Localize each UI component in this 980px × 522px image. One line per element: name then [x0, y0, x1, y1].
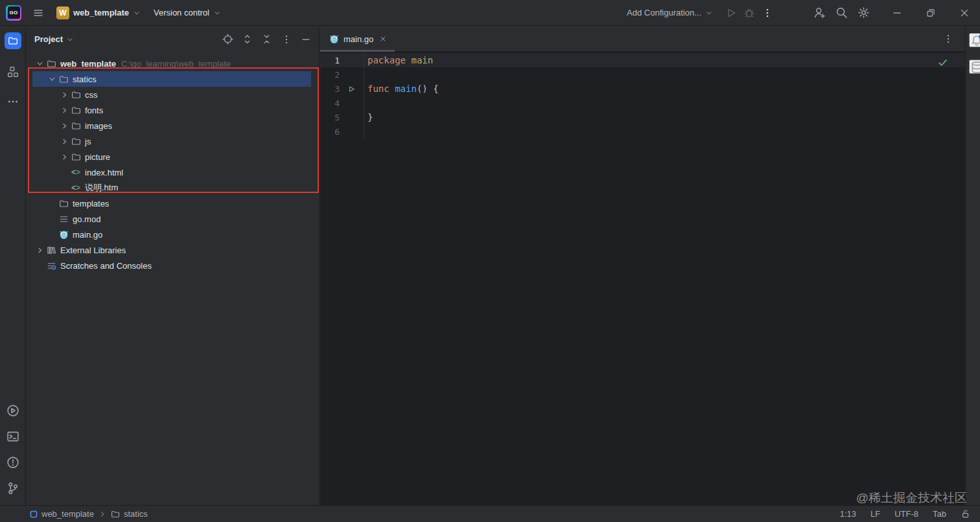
code-line-5[interactable]: 5}	[320, 110, 965, 124]
tab-close-button[interactable]	[378, 34, 388, 44]
code-line-1[interactable]: 1package main	[320, 53, 965, 67]
breadcrumb-folder[interactable]: statics	[111, 509, 148, 519]
line-separator-widget[interactable]: LF	[870, 509, 880, 519]
tree-item-label: index.html	[85, 168, 123, 177]
close-icon	[959, 8, 970, 18]
more-tool-windows-button[interactable]	[3, 91, 23, 112]
gutter-spacer	[340, 110, 364, 124]
chevron-right-icon[interactable]	[59, 89, 70, 100]
version-control-widget[interactable]: Version control	[148, 3, 226, 23]
tab-main-go[interactable]: main.go	[320, 27, 395, 52]
select-opened-file-button[interactable]	[221, 32, 235, 46]
line-number: 6	[320, 127, 340, 137]
tree-item-main.go[interactable]: main.go	[32, 227, 311, 242]
inspections-widget[interactable]	[937, 57, 948, 68]
tree-item-picture[interactable]: picture	[32, 149, 311, 165]
tree-item-scratches-and-consoles[interactable]: Scratches and Consoles	[32, 258, 311, 273]
editor-area: main.go 1package main23func main() {45}6	[320, 27, 965, 505]
terminal-tool-window-button[interactable]	[3, 426, 23, 447]
breadcrumb-folder-label: statics	[124, 509, 148, 519]
chevron-down-icon[interactable]	[34, 58, 45, 69]
debug-button[interactable]	[740, 4, 758, 22]
tree-item--.htm[interactable]: <>说明.htm	[32, 180, 311, 196]
tree-item-js[interactable]: js	[32, 133, 311, 149]
close-window-button[interactable]	[955, 4, 974, 22]
tree-item-images[interactable]: images	[32, 118, 311, 133]
minimize-icon	[301, 34, 311, 45]
tree-item-label: 说明.htm	[85, 182, 118, 194]
gopher-icon	[58, 229, 69, 240]
readonly-toggle[interactable]	[961, 509, 970, 519]
caret-position-widget[interactable]: 1:13	[840, 509, 856, 519]
more-actions-button[interactable]	[758, 4, 776, 22]
hide-panel-button[interactable]	[299, 32, 312, 46]
tree-indent-spacer	[47, 214, 58, 224]
version-control-label: Version control	[154, 8, 209, 17]
breadcrumb-project[interactable]: web_template	[30, 509, 94, 519]
goland-logo-icon: GO	[6, 5, 21, 21]
line-number: 4	[320, 98, 340, 108]
tree-item-label: templates	[73, 199, 109, 209]
search-everywhere-button[interactable]	[832, 4, 850, 22]
code-editor[interactable]: 1package main23func main() {45}6	[320, 52, 965, 139]
close-icon	[379, 35, 387, 43]
bell-icon	[970, 34, 980, 47]
run-gutter-icon[interactable]	[340, 82, 364, 96]
restore-button[interactable]	[922, 4, 940, 22]
run-button[interactable]	[722, 4, 740, 22]
panel-options-button[interactable]	[279, 32, 293, 46]
code-with-me-button[interactable]	[810, 4, 828, 22]
project-tool-window-button[interactable]	[3, 30, 23, 51]
problems-tool-window-button[interactable]	[3, 452, 23, 473]
scratches-icon	[45, 260, 57, 271]
more-dots-icon	[7, 96, 19, 108]
add-user-icon	[813, 6, 826, 19]
chevron-right-icon[interactable]	[59, 152, 70, 162]
project-badge-icon: W	[56, 6, 69, 19]
tree-indent-spacer	[34, 260, 45, 271]
collapse-all-button[interactable]	[260, 32, 274, 46]
run-configuration-selector[interactable]: Add Configuration...	[622, 3, 718, 23]
tree-item-css[interactable]: css	[32, 87, 311, 102]
tree-item-go.mod[interactable]: go.mod	[32, 211, 311, 227]
project-square-icon	[30, 510, 38, 518]
expand-all-button[interactable]	[240, 32, 254, 46]
line-number: 3	[320, 84, 340, 94]
structure-tool-window-button[interactable]	[3, 62, 23, 82]
bug-icon	[743, 7, 755, 19]
tree-item-statics[interactable]: statics	[32, 71, 311, 87]
chevron-right-icon[interactable]	[34, 245, 45, 255]
code-line-4[interactable]: 4	[320, 96, 965, 110]
project-panel-actions	[221, 32, 312, 46]
indent-widget[interactable]: Tab	[933, 509, 946, 519]
tree-item-label: css	[85, 90, 98, 100]
tree-item-web_template[interactable]: web_templateC:\go_learning\web_template	[32, 56, 311, 71]
project-view-selector[interactable]: Project	[34, 34, 74, 44]
minimize-button[interactable]	[888, 4, 906, 22]
chevron-right-icon[interactable]	[59, 105, 70, 115]
tree-item-index.html[interactable]: <>index.html	[32, 165, 311, 180]
chevron-down-icon[interactable]	[47, 74, 58, 84]
code-line-6[interactable]: 6	[320, 124, 965, 139]
project-widget[interactable]: W web_template	[51, 3, 146, 23]
chevron-right-icon[interactable]	[59, 136, 70, 146]
tree-item-fonts[interactable]: fonts	[32, 102, 311, 118]
notifications-button[interactable]	[969, 33, 980, 47]
settings-button[interactable]	[854, 4, 872, 22]
tree-item-external-libraries[interactable]: External Libraries	[32, 242, 311, 258]
main-menu-button[interactable]	[28, 3, 49, 23]
chevron-right-icon[interactable]	[59, 120, 70, 131]
chevron-right-icon	[99, 510, 106, 518]
status-widgets: 1:13 LF UTF-8 Tab	[840, 509, 980, 519]
tree-item-templates[interactable]: templates	[32, 196, 311, 211]
editor-options-button[interactable]	[941, 32, 955, 46]
version-control-tool-window-button[interactable]	[3, 478, 23, 499]
run-tool-window-button[interactable]	[3, 400, 23, 421]
terminal-icon	[6, 430, 19, 443]
encoding-widget[interactable]: UTF-8	[894, 509, 918, 519]
tree-indent-spacer	[47, 229, 58, 240]
database-button[interactable]	[969, 60, 980, 74]
left-tool-strip	[0, 27, 26, 505]
code-line-2[interactable]: 2	[320, 67, 965, 82]
code-line-3[interactable]: 3func main() {	[320, 82, 965, 96]
